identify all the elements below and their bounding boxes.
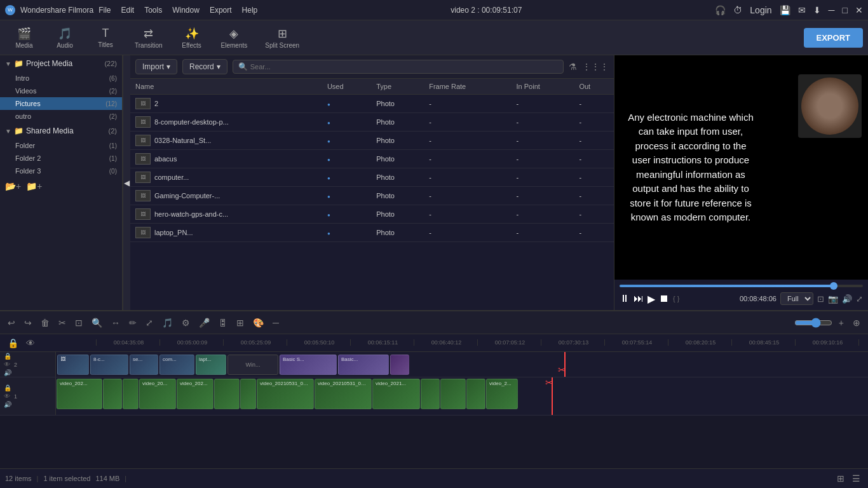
audio-btn[interactable]: 🎵 Audio xyxy=(46,22,84,53)
edit-btn[interactable]: ✏ xyxy=(126,315,139,330)
delete-btn[interactable]: 🗑 xyxy=(38,315,52,330)
sidebar-item-pictures[interactable]: Pictures (12) xyxy=(0,97,122,110)
clock-icon[interactable]: ⏱ xyxy=(733,5,742,15)
track-visibility-icon[interactable]: 👁 xyxy=(24,336,37,351)
zoom-in-tl-btn[interactable]: 🔍 xyxy=(89,315,105,330)
progress-bar-container[interactable] xyxy=(620,285,863,287)
pause-btn[interactable]: ⏸ xyxy=(620,293,630,304)
clip-img2[interactable]: 8-c... xyxy=(90,355,128,375)
import-btn[interactable]: Import ▾ xyxy=(135,59,177,74)
audio-btn2[interactable]: 🎵 xyxy=(159,315,175,330)
add-track-icon[interactable]: ⊕ xyxy=(850,315,863,330)
sidebar-item-outro[interactable]: outro (2) xyxy=(0,110,122,123)
table-row[interactable]: 🖼 abacus ● Photo - - - xyxy=(130,150,614,168)
transform-btn[interactable]: ↔ xyxy=(109,315,123,330)
screenshot-icon[interactable]: 📷 xyxy=(828,294,838,304)
table-row[interactable]: 🖼 hero-watch-gps-and-c... ● Photo - - - xyxy=(130,205,614,224)
table-row[interactable]: 🖼 Gaming-Computer-... ● Photo - - - xyxy=(130,187,614,205)
search-box[interactable]: 🔍 xyxy=(233,60,564,74)
settings-icon[interactable]: ⚙ xyxy=(179,315,193,330)
minimize-btn[interactable]: ─ xyxy=(829,5,835,15)
clip-vid7[interactable] xyxy=(240,379,256,409)
table-row[interactable]: 🖼 8-computer-desktop-p... ● Photo - - - xyxy=(130,113,614,132)
step-forward-btn[interactable]: ⏭ xyxy=(634,293,644,304)
fullscreen-icon[interactable]: ⤢ xyxy=(856,294,863,304)
menu-export[interactable]: Export xyxy=(210,6,232,15)
plus-zoom-icon[interactable]: + xyxy=(836,315,846,330)
crop-btn[interactable]: ⊡ xyxy=(72,315,85,330)
clip-vid14[interactable]: video_2... xyxy=(486,379,518,409)
audio-track-icon[interactable]: 🎛 xyxy=(216,315,230,330)
mail-icon[interactable]: ✉ xyxy=(798,5,806,15)
export-button[interactable]: EXPORT xyxy=(804,28,863,48)
list-view-btn[interactable]: ☰ xyxy=(850,471,863,486)
undo-btn[interactable]: ↩ xyxy=(5,315,18,330)
record-btn[interactable]: Record ▾ xyxy=(182,59,227,74)
cut-btn[interactable]: ✂ xyxy=(56,315,69,330)
play-btn[interactable]: ▶ xyxy=(648,293,655,305)
clip-vid10[interactable]: video_2021... xyxy=(372,379,420,409)
track-eye-icon[interactable]: 👁 xyxy=(4,361,11,368)
clip-vid6[interactable] xyxy=(214,379,240,409)
track-mute-icon2[interactable]: 🔊 xyxy=(4,401,11,408)
sidebar-collapse-btn[interactable]: ◀ xyxy=(123,55,130,310)
clip-vid4[interactable]: video_20... xyxy=(139,379,176,409)
maximize-btn[interactable]: □ xyxy=(843,5,848,15)
stop-btn[interactable]: ⏹ xyxy=(659,293,669,304)
menu-edit[interactable]: Edit xyxy=(121,6,135,15)
pip-icon[interactable]: ⊡ xyxy=(817,294,824,304)
clip-img3[interactable]: se... xyxy=(130,355,158,375)
sidebar-item-folder2[interactable]: Folder 2 (1) xyxy=(0,152,122,165)
login-btn[interactable]: Login xyxy=(750,5,771,15)
download-icon[interactable]: ⬇ xyxy=(813,5,821,15)
titles-btn[interactable]: T Titles xyxy=(86,22,125,53)
project-media-header[interactable]: ▼ 📁 Project Media (22) xyxy=(0,55,122,72)
split-screen-btn[interactable]: ⊞ Split Screen xyxy=(257,22,307,53)
clip-vid5[interactable]: video_202... xyxy=(177,379,214,409)
elements-btn[interactable]: ◈ Elements xyxy=(214,22,255,53)
sidebar-item-intro[interactable]: Intro (6) xyxy=(0,72,122,85)
add-folder-icon[interactable]: 📂+ xyxy=(5,181,21,191)
clip-vid1[interactable]: video_202... xyxy=(57,379,102,409)
clip-img7[interactable] xyxy=(390,355,409,375)
close-btn[interactable]: ✕ xyxy=(855,5,863,15)
expand-btn[interactable]: ⤢ xyxy=(143,315,156,330)
more-options-icon[interactable]: ⋮⋮⋮ xyxy=(582,62,609,72)
menu-tools[interactable]: Tools xyxy=(144,6,162,15)
track-lock-icon[interactable]: 🔒 xyxy=(4,353,11,360)
save-icon[interactable]: 💾 xyxy=(780,5,790,15)
sidebar-item-videos[interactable]: Videos (2) xyxy=(0,85,122,97)
clip-title2[interactable]: Basic... xyxy=(338,355,389,375)
effects-btn[interactable]: ✨ Effects xyxy=(173,22,211,53)
clip-vid12[interactable] xyxy=(440,379,466,409)
menu-file[interactable]: File xyxy=(98,6,111,15)
clip-vid3[interactable] xyxy=(123,379,139,409)
clip-title1[interactable]: Basic S... xyxy=(280,355,337,375)
menu-help[interactable]: Help xyxy=(242,6,258,15)
progress-thumb[interactable] xyxy=(830,282,837,290)
clip-img4[interactable]: com... xyxy=(159,355,194,375)
table-row[interactable]: 🖼 computer... ● Photo - - - xyxy=(130,168,614,187)
clip-vid2[interactable] xyxy=(103,379,122,409)
track-eye-icon2[interactable]: 👁 xyxy=(4,393,11,400)
sidebar-item-folder1[interactable]: Folder (1) xyxy=(0,139,122,152)
shared-media-header[interactable]: ▼ 📁 Shared Media (2) xyxy=(0,123,122,139)
table-row[interactable]: 🖼 0328-Natural_St... ● Photo - - - xyxy=(130,132,614,150)
clip-vid9[interactable]: video_20210531_023901 xyxy=(315,379,372,409)
zoom-slider[interactable] xyxy=(794,318,832,328)
table-row[interactable]: 🖼 2 ● Photo - - - xyxy=(130,95,614,113)
clip-img1[interactable]: 🖼 xyxy=(57,355,89,375)
minus-zoom-icon[interactable]: ─ xyxy=(270,315,281,330)
grid-view-btn[interactable]: ⊞ xyxy=(834,471,847,486)
clip-img6[interactable]: Win... xyxy=(227,355,278,375)
redo-btn[interactable]: ↪ xyxy=(22,315,34,330)
track-lock-all-icon[interactable]: 🔒 xyxy=(5,336,21,351)
split-icon[interactable]: ⊞ xyxy=(234,315,247,330)
search-input[interactable] xyxy=(250,63,558,71)
table-row[interactable]: 🖼 laptop_PN... ● Photo - - - xyxy=(130,224,614,242)
clip-img5[interactable]: lapt... xyxy=(196,355,226,375)
mic-icon[interactable]: 🎤 xyxy=(196,315,212,330)
track-mute-icon[interactable]: 🔊 xyxy=(4,369,11,376)
sidebar-item-folder3[interactable]: Folder 3 (0) xyxy=(0,165,122,177)
quality-select[interactable]: Full xyxy=(780,292,813,305)
